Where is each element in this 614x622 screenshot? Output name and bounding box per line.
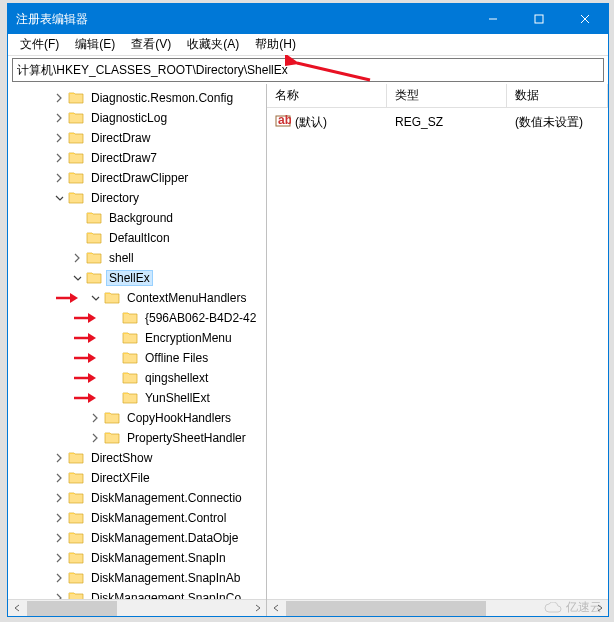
expand-icon[interactable] xyxy=(88,411,102,425)
tree-item[interactable]: DiskManagement.Control xyxy=(8,508,266,528)
expand-placeholder xyxy=(106,371,120,385)
tree-item-label: Offline Files xyxy=(142,350,211,366)
expand-icon[interactable] xyxy=(88,291,102,305)
expand-placeholder xyxy=(106,351,120,365)
menu-view[interactable]: 查看(V) xyxy=(123,34,179,55)
tree-item[interactable]: qingshellext xyxy=(8,368,266,388)
expand-icon[interactable] xyxy=(70,251,84,265)
folder-icon xyxy=(68,490,88,507)
tree-item-label: shell xyxy=(106,250,137,266)
list-row[interactable]: ab(默认)REG_SZ(数值未设置) xyxy=(267,112,608,132)
menu-favorites[interactable]: 收藏夹(A) xyxy=(179,34,247,55)
expand-icon[interactable] xyxy=(52,111,66,125)
tree-item-label: DiskManagement.Connectio xyxy=(88,490,245,506)
minimize-button[interactable] xyxy=(470,4,516,34)
annotation-arrow-item xyxy=(72,391,98,405)
expand-placeholder xyxy=(106,391,120,405)
window-title: 注册表编辑器 xyxy=(16,11,470,28)
svg-text:ab: ab xyxy=(278,114,291,127)
scroll-left-icon[interactable] xyxy=(267,600,284,617)
menu-file[interactable]: 文件(F) xyxy=(12,34,67,55)
tree-item[interactable]: EncryptionMenu xyxy=(8,328,266,348)
tree-item-label: DiagnosticLog xyxy=(88,110,170,126)
folder-icon xyxy=(68,450,88,467)
tree-item[interactable]: DirectDrawClipper xyxy=(8,168,266,188)
tree-item[interactable]: Offline Files xyxy=(8,348,266,368)
expand-icon[interactable] xyxy=(52,91,66,105)
tree-item-label: PropertySheetHandler xyxy=(124,430,249,446)
col-name[interactable]: 名称 xyxy=(267,84,387,107)
folder-icon xyxy=(122,350,142,367)
tree-item-label: DiskManagement.DataObje xyxy=(88,530,241,546)
tree-item[interactable]: DirectDraw7 xyxy=(8,148,266,168)
expand-icon[interactable] xyxy=(52,451,66,465)
tree-scrollbar-h[interactable] xyxy=(8,599,266,616)
scroll-left-icon[interactable] xyxy=(8,600,25,617)
tree-item[interactable]: DiskManagement.SnapInAb xyxy=(8,568,266,588)
expand-icon[interactable] xyxy=(52,191,66,205)
tree-item[interactable]: DiagnosticLog xyxy=(8,108,266,128)
col-type[interactable]: 类型 xyxy=(387,84,507,107)
folder-icon xyxy=(104,410,124,427)
regedit-window: 注册表编辑器 文件(F) 编辑(E) 查看(V) 收藏夹(A) 帮助(H) 计算… xyxy=(7,3,609,617)
address-path: 计算机\HKEY_CLASSES_ROOT\Directory\ShellEx xyxy=(17,62,288,79)
expand-icon[interactable] xyxy=(52,171,66,185)
expand-icon[interactable] xyxy=(52,511,66,525)
expand-icon[interactable] xyxy=(52,471,66,485)
tree-item[interactable]: DiskManagement.DataObje xyxy=(8,528,266,548)
expand-icon[interactable] xyxy=(88,431,102,445)
tree-item[interactable]: Directory xyxy=(8,188,266,208)
value-name: (默认) xyxy=(295,114,327,131)
tree-item[interactable]: DirectShow xyxy=(8,448,266,468)
tree-item-label: ShellEx xyxy=(106,270,153,286)
expand-placeholder xyxy=(70,231,84,245)
expand-icon[interactable] xyxy=(52,131,66,145)
tree-pane: Diagnostic.Resmon.ConfigDiagnosticLogDir… xyxy=(8,84,267,616)
value-type: REG_SZ xyxy=(395,115,443,129)
menu-edit[interactable]: 编辑(E) xyxy=(67,34,123,55)
annotation-arrow-item xyxy=(72,311,98,325)
maximize-button[interactable] xyxy=(516,4,562,34)
list-pane: 名称 类型 数据 ab(默认)REG_SZ(数值未设置) xyxy=(267,84,608,616)
folder-icon xyxy=(68,150,88,167)
tree-item[interactable]: DirectXFile xyxy=(8,468,266,488)
tree-item[interactable]: DefaultIcon xyxy=(8,228,266,248)
tree-item[interactable]: DirectDraw xyxy=(8,128,266,148)
svg-rect-1 xyxy=(535,15,543,23)
tree-item[interactable]: Diagnostic.Resmon.Config xyxy=(8,88,266,108)
menu-help[interactable]: 帮助(H) xyxy=(247,34,304,55)
tree-item[interactable]: DiskManagement.SnapIn xyxy=(8,548,266,568)
tree-item-label: qingshellext xyxy=(142,370,211,386)
tree-item[interactable]: Background xyxy=(8,208,266,228)
expand-icon[interactable] xyxy=(52,551,66,565)
folder-icon xyxy=(68,530,88,547)
folder-icon xyxy=(68,110,88,127)
watermark: 亿速云 xyxy=(544,599,602,616)
menubar: 文件(F) 编辑(E) 查看(V) 收藏夹(A) 帮助(H) xyxy=(8,34,608,56)
address-bar[interactable]: 计算机\HKEY_CLASSES_ROOT\Directory\ShellEx xyxy=(12,58,604,82)
titlebar[interactable]: 注册表编辑器 xyxy=(8,4,608,34)
tree-item-label: DiskManagement.Control xyxy=(88,510,229,526)
tree-item[interactable]: ShellEx xyxy=(8,268,266,288)
folder-icon xyxy=(104,430,124,447)
tree-item[interactable]: shell xyxy=(8,248,266,268)
tree-item-label: EncryptionMenu xyxy=(142,330,235,346)
tree-item[interactable]: DiskManagement.Connectio xyxy=(8,488,266,508)
expand-icon[interactable] xyxy=(52,491,66,505)
col-data[interactable]: 数据 xyxy=(507,84,608,107)
tree-item[interactable]: PropertySheetHandler xyxy=(8,428,266,448)
folder-icon xyxy=(68,550,88,567)
expand-icon[interactable] xyxy=(70,271,84,285)
close-button[interactable] xyxy=(562,4,608,34)
folder-icon xyxy=(86,210,106,227)
tree-item-label: Diagnostic.Resmon.Config xyxy=(88,90,236,106)
tree-item[interactable]: ContextMenuHandlers xyxy=(8,288,266,308)
tree-item[interactable]: YunShellExt xyxy=(8,388,266,408)
expand-icon[interactable] xyxy=(52,151,66,165)
folder-icon xyxy=(68,570,88,587)
expand-icon[interactable] xyxy=(52,531,66,545)
expand-icon[interactable] xyxy=(52,571,66,585)
tree-item[interactable]: CopyHookHandlers xyxy=(8,408,266,428)
tree-item[interactable]: {596AB062-B4D2-42 xyxy=(8,308,266,328)
scroll-right-icon[interactable] xyxy=(249,600,266,617)
